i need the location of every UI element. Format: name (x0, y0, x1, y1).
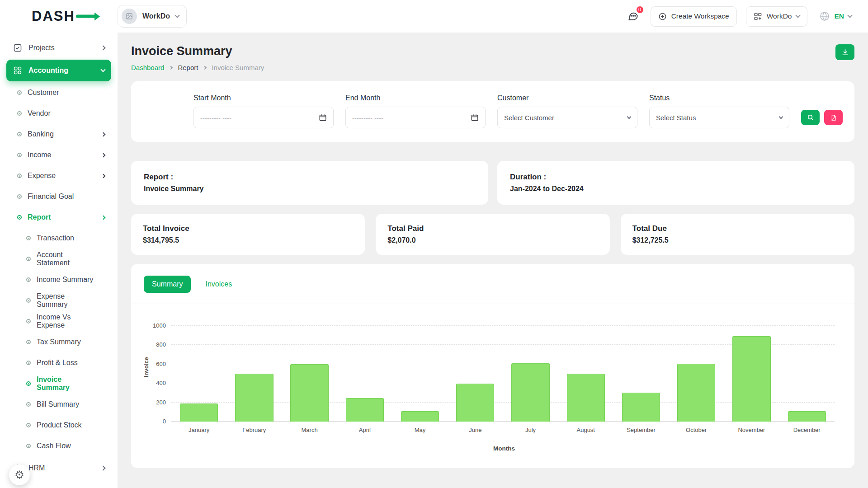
bullet-icon (17, 111, 22, 116)
bar-column: March (282, 326, 337, 422)
bar-january (180, 404, 218, 422)
bullet-icon (26, 236, 31, 240)
y-tick-label: 200 (156, 399, 166, 406)
tab-invoices[interactable]: Invoices (197, 276, 240, 293)
sidebar-report-subitem[interactable]: Account Statement (6, 249, 111, 269)
accounting-icon (13, 66, 23, 75)
bullet-icon (17, 153, 22, 157)
app-logo[interactable]: DASH (14, 8, 118, 24)
y-tick-label: 600 (156, 361, 166, 367)
sidebar-report-subitem[interactable]: Tax Summary (6, 332, 111, 352)
x-tick-label: August (577, 427, 595, 433)
status-select[interactable]: Select Status (649, 107, 789, 128)
y-tick-label: 1000 (153, 322, 166, 329)
chart-bars: JanuaryFebruaryMarchAprilMayJuneJulyAugu… (171, 326, 835, 422)
bar-column: February (226, 326, 282, 422)
workspace-selector[interactable]: WorkDo (118, 5, 187, 28)
sidebar-report-subitem[interactable]: Profit & Loss (6, 352, 111, 373)
chevron-down-icon (796, 13, 801, 18)
settings-gear-button[interactable]: ⚙ (9, 465, 30, 485)
x-tick-label: October (686, 427, 707, 433)
sidebar-subitem[interactable]: Vendor (6, 103, 111, 124)
x-tick-label: September (627, 427, 656, 433)
sidebar-report-subitem[interactable]: Cash Flow (6, 436, 111, 456)
invoice-bar-chart: Invoice 02004006008001000 JanuaryFebruar… (131, 304, 854, 422)
chart-tabs: Summary Invoices (131, 276, 854, 293)
bullet-icon (26, 381, 31, 386)
tab-summary[interactable]: Summary (144, 276, 191, 293)
chevron-right-icon (101, 153, 106, 157)
messages-button[interactable]: 0 (624, 7, 642, 26)
bullet-icon (26, 298, 31, 303)
image-icon (126, 13, 133, 20)
reset-icon (830, 114, 837, 121)
sidebar-report-subitem[interactable]: Invoice Summary (6, 373, 111, 394)
globe-icon (819, 11, 830, 22)
total-card: Total Invoice $314,795.5 (131, 214, 365, 255)
sidebar: Projects Accounting Customer Vendor (0, 33, 118, 488)
x-tick-label: December (793, 427, 821, 433)
sidebar-report-subitem[interactable]: Income Summary (6, 269, 111, 290)
bullet-icon (26, 402, 31, 407)
sidebar-subitem[interactable]: Financial Goal (6, 186, 111, 207)
bar-column: July (503, 326, 558, 422)
apply-filter-button[interactable] (801, 110, 820, 125)
bullet-icon (26, 277, 31, 282)
breadcrumb-dashboard[interactable]: Dashboard (131, 64, 164, 71)
bullet-icon (26, 319, 31, 324)
bullet-icon (17, 194, 22, 199)
sidebar-report-subitem[interactable]: Transaction (6, 228, 111, 249)
sidebar-subitem[interactable]: Income (6, 145, 111, 165)
workdo-menu-button[interactable]: WorkDo (746, 6, 808, 27)
sidebar-subitem[interactable]: Report (6, 207, 111, 228)
breadcrumb: Dashboard Report Invoice Summary (131, 64, 264, 71)
bullet-icon (26, 361, 31, 365)
sidebar-report-subitem[interactable]: Bill Summary (6, 394, 111, 415)
end-month-input[interactable]: --------- ---- (345, 107, 486, 128)
sidebar-item-projects[interactable]: Projects (6, 37, 111, 59)
chevron-down-icon (779, 114, 783, 119)
bar-august (567, 374, 605, 422)
bar-october (677, 364, 715, 422)
projects-icon (13, 43, 23, 52)
chevron-down-icon (100, 67, 105, 72)
download-icon (841, 48, 849, 56)
sidebar-report-subitem[interactable]: Expense Summary (6, 290, 111, 311)
sidebar-report-subitem[interactable]: Product Stock (6, 415, 111, 436)
filter-card: Start Month --------- ---- End Month ---… (131, 81, 854, 142)
calendar-icon (471, 113, 479, 122)
sidebar-report-subitem[interactable]: Income Vs Expense (6, 311, 111, 332)
sidebar-item-accounting[interactable]: Accounting (6, 60, 111, 81)
logo-text: DASH (32, 8, 75, 24)
report-submenu: Transaction Account Statement Income Sum… (0, 228, 118, 456)
sidebar-subitem[interactable]: Banking (6, 124, 111, 145)
bullet-icon (17, 215, 22, 220)
customer-label: Customer (497, 94, 637, 102)
chevron-down-icon (627, 114, 632, 119)
topbar-actions: 0 Create Workspace WorkDo EN (624, 6, 854, 27)
reset-filter-button[interactable] (824, 110, 843, 125)
customer-select[interactable]: Select Customer (497, 107, 637, 128)
main-content: Invoice Summary Dashboard Report Invoice… (118, 33, 868, 488)
breadcrumb-separator-icon (169, 66, 173, 69)
page-header: Invoice Summary Dashboard Report Invoice… (131, 44, 854, 71)
bullet-icon (26, 423, 31, 427)
download-button[interactable] (835, 44, 854, 60)
language-selector[interactable]: EN (816, 10, 854, 22)
end-month-label: End Month (345, 94, 486, 102)
total-card: Total Paid $2,070.0 (376, 214, 609, 255)
x-tick-label: April (359, 427, 371, 433)
sidebar-subitem[interactable]: Customer (6, 82, 111, 103)
bar-november (732, 336, 770, 422)
chevron-down-icon (847, 13, 852, 18)
start-month-label: Start Month (193, 94, 334, 102)
chart-card: Summary Invoices Invoice 020040060080010… (131, 264, 854, 468)
calendar-icon (319, 113, 327, 122)
breadcrumb-report[interactable]: Report (178, 64, 198, 71)
chevron-down-icon (175, 13, 179, 18)
create-workspace-button[interactable]: Create Workspace (651, 6, 737, 27)
sidebar-subitem[interactable]: Expense (6, 165, 111, 186)
bullet-icon (26, 257, 31, 261)
bar-may (401, 411, 439, 422)
start-month-input[interactable]: --------- ---- (193, 107, 334, 128)
